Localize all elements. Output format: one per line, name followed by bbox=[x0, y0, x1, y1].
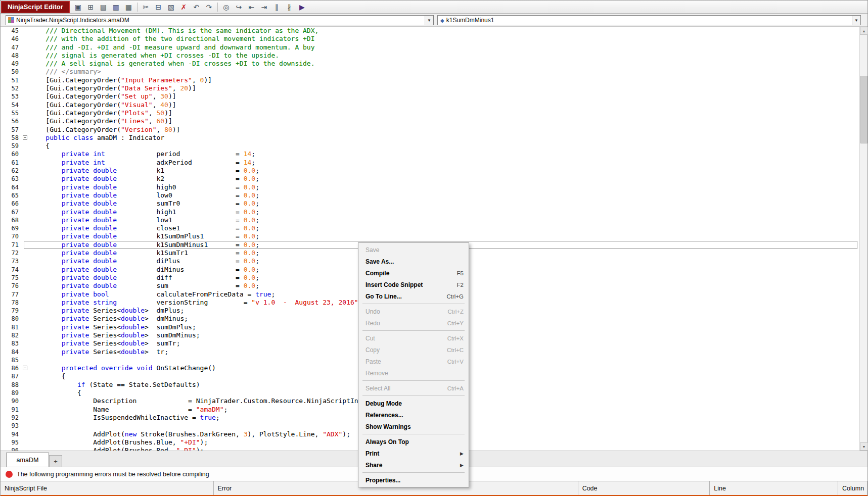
line-number: 47 bbox=[1, 43, 22, 52]
menu-item-debug-mode[interactable]: Debug Mode bbox=[358, 398, 469, 409]
print-icon[interactable]: ▤ bbox=[98, 2, 109, 12]
menu-item-save-as[interactable]: Save As... bbox=[358, 256, 469, 267]
line-number: 94 bbox=[1, 430, 22, 438]
code-line-65[interactable]: 65 private double low0 = 0.0; bbox=[1, 191, 860, 200]
line-number: 58 bbox=[1, 134, 22, 142]
code-line-46[interactable]: 46 /// with the addition of the two dire… bbox=[1, 35, 860, 43]
type-selector-dropdown[interactable]: NinjaTrader.NinjaScript.Indicators.amaDM… bbox=[6, 15, 434, 25]
code-text: private double high1 = 0.0; bbox=[30, 208, 259, 216]
line-number: 65 bbox=[1, 191, 22, 200]
code-line-64[interactable]: 64 private double high0 = 0.0; bbox=[1, 183, 860, 191]
scroll-up-icon[interactable]: ▲ bbox=[860, 27, 868, 35]
code-line-54[interactable]: 54 [Gui.CategoryOrder("Visual", 40)] bbox=[1, 101, 860, 109]
column-header-column[interactable]: Column bbox=[838, 481, 867, 495]
scroll-down-icon[interactable]: ▼ bbox=[860, 442, 868, 451]
code-line-69[interactable]: 69 private double close1 = 0.0; bbox=[1, 224, 860, 232]
line-number: 62 bbox=[1, 167, 22, 175]
copy-icon[interactable]: ⊟ bbox=[153, 2, 164, 12]
code-line-59[interactable]: 59 { bbox=[1, 142, 860, 150]
save-icon[interactable]: ▣ bbox=[72, 2, 84, 12]
code-line-45[interactable]: 45 /// Directional Movement (DM). This i… bbox=[1, 27, 860, 35]
save-all-icon[interactable]: ⊞ bbox=[85, 2, 97, 12]
submenu-arrow-icon: ▶ bbox=[460, 451, 464, 456]
code-line-66[interactable]: 66 private double sumTr0 = 0.0; bbox=[1, 200, 860, 208]
chevron-down-icon[interactable]: ▼ bbox=[425, 16, 433, 25]
fold-collapse-icon[interactable]: − bbox=[23, 366, 27, 370]
menu-item-label: Properties... bbox=[366, 477, 464, 484]
code-line-70[interactable]: 70 private double k1SumDmPlus1 = 0.0; bbox=[1, 232, 860, 240]
code-line-62[interactable]: 62 private double k1 = 0.0; bbox=[1, 167, 860, 175]
code-line-58[interactable]: 58− public class amaDM : Indicator bbox=[1, 134, 860, 142]
code-text: AddPlot(Brushes.Red, "-DI"); bbox=[30, 447, 204, 451]
menu-item-print[interactable]: Print▶ bbox=[358, 448, 469, 459]
code-line-49[interactable]: 49 /// A sell signal is generated when -… bbox=[1, 60, 860, 68]
fold-collapse-icon[interactable]: − bbox=[23, 135, 27, 140]
code-line-52[interactable]: 52 [Gui.CategoryOrder("Data Series", 20)… bbox=[1, 84, 860, 92]
code-line-48[interactable]: 48 /// signal is generated when +DI cros… bbox=[1, 52, 860, 60]
quick-print-icon[interactable]: ▥ bbox=[110, 2, 122, 12]
code-line-57[interactable]: 57 [Gui.CategoryOrder("Version", 80)] bbox=[1, 126, 860, 134]
menu-item-references[interactable]: References... bbox=[358, 409, 469, 421]
member-selector-dropdown[interactable]: ◆ k1SumDmMinus1 ▼ bbox=[437, 15, 861, 25]
increase-indent-icon[interactable]: ⇥ bbox=[258, 2, 270, 12]
find-icon[interactable]: ◎ bbox=[220, 2, 232, 12]
code-line-63[interactable]: 63 private double k2 = 0.0; bbox=[1, 175, 860, 183]
code-text: private Series<double> tr; bbox=[30, 348, 168, 356]
line-number: 68 bbox=[1, 216, 22, 224]
fold-gutter bbox=[22, 356, 30, 364]
code-line-68[interactable]: 68 private double low1 = 0.0; bbox=[1, 216, 860, 224]
code-text: AddPlot(new Stroke(Brushes.DarkGreen, 3)… bbox=[30, 430, 350, 438]
code-line-61[interactable]: 61 private int adxPeriod = 14; bbox=[1, 159, 860, 167]
new-tab-button[interactable]: + bbox=[49, 455, 62, 467]
scrollbar-thumb[interactable] bbox=[860, 76, 867, 143]
menu-separator bbox=[362, 330, 465, 331]
goto-line-icon[interactable]: ↪ bbox=[233, 2, 245, 12]
menu-separator bbox=[362, 304, 465, 304]
menu-item-share[interactable]: Share▶ bbox=[358, 459, 469, 471]
column-header-ninjascript-file[interactable]: NinjaScript File bbox=[1, 481, 214, 495]
menu-item-always-on-top[interactable]: Always On Top bbox=[358, 436, 469, 448]
menu-item-show-warnings[interactable]: Show Warnings bbox=[358, 421, 469, 432]
fold-gutter: − bbox=[22, 134, 30, 142]
menu-item-label: Debug Mode bbox=[366, 400, 464, 407]
delete-icon[interactable]: ✗ bbox=[178, 2, 190, 12]
code-line-50[interactable]: 50 /// </summary> bbox=[1, 68, 860, 76]
member-selector-value: k1SumDmMinus1 bbox=[444, 17, 852, 24]
menu-item-insert-code-snippet[interactable]: Insert Code SnippetF2 bbox=[358, 279, 469, 290]
paste-icon[interactable]: ▧ bbox=[165, 2, 177, 12]
fold-gutter bbox=[22, 372, 30, 380]
cut-icon[interactable]: ✂ bbox=[140, 2, 152, 12]
code-line-67[interactable]: 67 private double high1 = 0.0; bbox=[1, 208, 860, 216]
redo-icon[interactable]: ↷ bbox=[203, 2, 215, 12]
fold-gutter bbox=[22, 117, 30, 125]
fold-gutter bbox=[22, 331, 30, 339]
chevron-down-icon[interactable]: ▼ bbox=[852, 16, 860, 25]
code-line-47[interactable]: 47 /// and -DI. +DI and -DI measure upwa… bbox=[1, 43, 860, 52]
comment-selection-icon[interactable]: ∥ bbox=[271, 2, 283, 12]
line-number: 77 bbox=[1, 290, 22, 299]
menu-item-properties[interactable]: Properties... bbox=[358, 474, 469, 486]
line-number: 49 bbox=[1, 60, 22, 68]
column-header-code[interactable]: Code bbox=[578, 481, 710, 495]
code-text: { bbox=[30, 372, 65, 380]
line-number: 63 bbox=[1, 175, 22, 183]
tab-amaDM[interactable]: amaDM bbox=[6, 453, 49, 467]
code-line-53[interactable]: 53 [Gui.CategoryOrder("Set up", 30)] bbox=[1, 92, 860, 101]
column-header-line[interactable]: Line bbox=[710, 481, 838, 495]
fold-gutter bbox=[22, 307, 30, 315]
undo-icon[interactable]: ↶ bbox=[191, 2, 202, 12]
decrease-indent-icon[interactable]: ⇤ bbox=[246, 2, 257, 12]
code-line-51[interactable]: 51 [Gui.CategoryOrder("Input Parameters"… bbox=[1, 76, 860, 84]
vertical-scrollbar[interactable]: ▲ ▼ bbox=[859, 27, 867, 451]
code-line-56[interactable]: 56 [Gui.CategoryOrder("Lines", 60)] bbox=[1, 117, 860, 125]
menu-item-compile[interactable]: CompileF5 bbox=[358, 267, 469, 279]
code-line-60[interactable]: 60 private int period = 14; bbox=[1, 150, 860, 158]
menu-item-go-to-line[interactable]: Go To Line...Ctrl+G bbox=[358, 290, 469, 302]
print-preview-icon[interactable]: ▦ bbox=[123, 2, 134, 12]
uncomment-selection-icon[interactable]: ∦ bbox=[284, 2, 295, 12]
compile-icon[interactable]: ▶ bbox=[296, 2, 308, 12]
fold-gutter bbox=[22, 159, 30, 167]
line-number: 71 bbox=[1, 241, 22, 249]
code-line-55[interactable]: 55 [Gui.CategoryOrder("Plots", 50)] bbox=[1, 109, 860, 117]
line-number: 64 bbox=[1, 183, 22, 191]
